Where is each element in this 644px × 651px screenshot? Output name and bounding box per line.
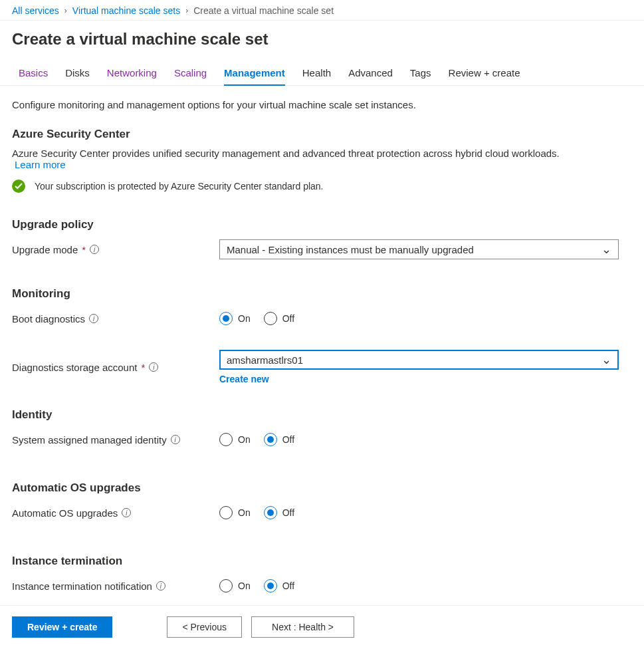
auto-os-on[interactable]: On [219,506,251,519]
radio-icon [264,506,277,519]
radio-icon [264,433,277,446]
chevron-down-icon: ⌄ [601,242,611,257]
termination-radio-group: On Off [219,579,619,592]
page-title: Create a virtual machine scale set [0,21,644,63]
termination-label: Instance termination notification [12,581,152,592]
boot-diagnostics-on[interactable]: On [219,312,251,325]
auto-os-off[interactable]: Off [264,506,294,519]
breadcrumb-current: Create a virtual machine scale set [193,5,334,16]
subscription-status: Your subscription is protected by Azure … [12,180,632,193]
chevron-right-icon: › [185,6,188,15]
review-create-button[interactable]: Review + create [12,616,112,638]
radio-icon [219,312,233,325]
tab-management[interactable]: Management [224,63,285,85]
info-icon[interactable]: i [156,581,165,590]
managed-identity-label: System assigned managed identity [12,434,167,446]
upgrade-mode-select[interactable]: Manual - Existing instances must be manu… [219,239,619,259]
managed-identity-on[interactable]: On [219,433,251,446]
boot-diagnostics-radio-group: On Off [219,312,619,325]
info-icon[interactable]: i [89,314,98,323]
managed-identity-off[interactable]: Off [264,433,294,446]
boot-diagnostics-off[interactable]: Off [264,312,294,325]
breadcrumb-vmss[interactable]: Virtual machine scale sets [72,5,180,16]
tab-tags[interactable]: Tags [410,63,431,85]
radio-icon [219,506,233,519]
radio-icon [219,433,233,446]
breadcrumb-all-services[interactable]: All services [12,5,59,16]
radio-icon [219,579,233,592]
storage-account-label: Diagnostics storage account [12,362,137,373]
tab-networking[interactable]: Networking [107,63,157,85]
tab-basics[interactable]: Basics [19,63,48,85]
learn-more-link[interactable]: Learn more [12,159,66,170]
create-new-link[interactable]: Create new [219,374,269,384]
tab-health[interactable]: Health [302,63,331,85]
termination-off[interactable]: Off [264,579,294,592]
auto-os-radio-group: On Off [219,506,619,519]
auto-os-label: Automatic OS upgrades [12,507,118,519]
previous-button[interactable]: < Previous [167,616,242,638]
required-icon: * [141,362,145,373]
security-center-text: Azure Security Center provides unified s… [12,148,632,170]
security-center-heading: Azure Security Center [12,128,632,141]
auto-os-heading: Automatic OS upgrades [12,481,632,495]
tab-review[interactable]: Review + create [449,63,520,85]
boot-diagnostics-label: Boot diagnostics [12,313,85,325]
required-icon: * [82,244,86,255]
monitoring-heading: Monitoring [12,287,632,301]
termination-heading: Instance termination [12,555,632,568]
managed-identity-radio-group: On Off [219,433,619,446]
tab-disks[interactable]: Disks [65,63,90,85]
radio-icon [264,579,277,592]
upgrade-policy-heading: Upgrade policy [12,218,632,231]
next-button[interactable]: Next : Health > [251,616,354,638]
tab-advanced[interactable]: Advanced [348,63,393,85]
breadcrumb: All services › Virtual machine scale set… [0,0,644,21]
termination-on[interactable]: On [219,579,251,592]
chevron-down-icon: ⌄ [601,352,611,367]
page-description: Configure monitoring and management opti… [12,99,632,110]
info-icon[interactable]: i [90,245,99,254]
storage-account-select[interactable]: amsharmastlrs01 ⌄ [219,350,619,370]
check-circle-icon [12,180,25,193]
tab-scaling[interactable]: Scaling [174,63,207,85]
tabs: Basics Disks Networking Scaling Manageme… [0,63,644,86]
info-icon[interactable]: i [149,362,158,372]
chevron-right-icon: › [64,6,67,15]
radio-icon [264,312,277,325]
info-icon[interactable]: i [122,508,131,517]
subscription-status-text: Your subscription is protected by Azure … [35,181,324,192]
upgrade-mode-label: Upgrade mode [12,244,78,255]
identity-heading: Identity [12,408,632,422]
footer-actions: Review + create < Previous Next : Health… [0,605,644,651]
info-icon[interactable]: i [171,435,180,444]
